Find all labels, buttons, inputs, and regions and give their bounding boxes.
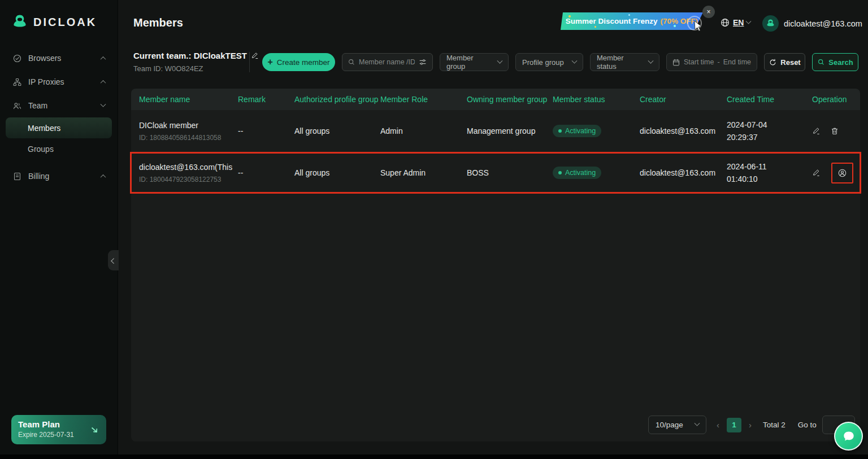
team-plan-card[interactable]: Team Plan Expire 2025-07-31	[11, 415, 106, 444]
chevron-down-icon	[497, 58, 503, 63]
refresh-icon	[769, 58, 777, 67]
member-owning-group: Management group	[467, 126, 553, 135]
app-logo-text: DICLOAK	[33, 16, 97, 29]
col-owning-member-group: Owning member group	[467, 95, 553, 104]
plan-title: Team Plan	[18, 419, 99, 429]
col-member-role: Member Role	[380, 95, 467, 104]
avatar	[762, 15, 779, 32]
status-dot-icon	[558, 129, 562, 133]
sidebar-item-members[interactable]: Members	[6, 117, 112, 138]
member-status-select[interactable]: Member status	[590, 53, 659, 71]
sidebar-item-label: Groups	[28, 145, 54, 154]
bottom-bar	[0, 454, 868, 459]
chevron-down-icon	[101, 101, 106, 107]
member-remark: --	[238, 168, 294, 177]
team-id-value: W0O824EZ	[165, 64, 203, 73]
col-creator: Creator	[640, 95, 727, 104]
member-creator: dicloaktest@163.com	[640, 168, 727, 177]
team-icon	[12, 101, 22, 111]
reset-label: Reset	[780, 58, 800, 67]
col-member-name: Member name	[139, 95, 238, 104]
member-profile-group: All groups	[294, 168, 380, 177]
edit-member-icon[interactable]	[812, 168, 821, 177]
sidebar-item-ip-proxies[interactable]: IP Proxies	[6, 70, 112, 94]
page-size-value: 10/page	[656, 421, 683, 429]
sidebar-item-billing[interactable]: Billing	[6, 164, 112, 188]
close-icon: ×	[706, 8, 710, 16]
banner-close-button[interactable]: ×	[702, 6, 715, 18]
billing-icon	[12, 172, 22, 181]
search-label: Search	[828, 58, 853, 67]
page-number-current[interactable]: 1	[727, 418, 741, 432]
app-logo[interactable]: DICLOAK	[11, 14, 97, 30]
account-email: dicloaktest@163.com	[784, 19, 862, 28]
sidebar-item-label: Browsers	[28, 54, 61, 63]
arrow-down-right-icon	[90, 426, 99, 435]
edit-member-icon[interactable]	[812, 126, 821, 135]
support-chat-button[interactable]	[834, 422, 863, 451]
sidebar-item-label: Team	[28, 101, 47, 110]
search-button[interactable]: Search	[812, 53, 858, 71]
member-role: Admin	[380, 126, 467, 135]
start-time-placeholder: Start time	[684, 58, 714, 66]
confetti-dot	[628, 14, 630, 16]
member-id: ID: 1800447923058122753	[139, 176, 235, 183]
sidebar-item-label: Members	[28, 124, 60, 133]
table-header-row: Member name Remark Authorized profile gr…	[131, 89, 860, 110]
member-search-input[interactable]	[359, 58, 415, 66]
divider	[249, 52, 250, 72]
page-title: Members	[133, 16, 183, 29]
total-count: Total 2	[763, 421, 785, 429]
sidebar-item-label: IP Proxies	[28, 77, 64, 86]
next-page-button[interactable]: ›	[749, 420, 752, 430]
chevron-up-icon	[101, 174, 106, 180]
sidebar-item-team[interactable]: Team	[6, 94, 112, 117]
created-clock: 01:40:10	[727, 173, 812, 185]
sidebar-collapse-handle[interactable]	[108, 250, 119, 270]
member-created-time: 2024-07-04 20:29:37	[727, 119, 812, 144]
delete-member-icon[interactable]	[830, 126, 839, 135]
edit-team-icon[interactable]	[251, 51, 259, 60]
member-name: dicloaktest@163.com(This acco	[139, 163, 235, 172]
member-profile-group: All groups	[294, 126, 380, 135]
promo-banner-text: Summer Discount Frenzy	[566, 17, 658, 25]
create-member-button[interactable]: + Create member	[262, 53, 335, 71]
chat-icon	[841, 429, 856, 444]
status-badge: Activating	[553, 125, 601, 137]
sidebar-item-label: Billing	[28, 172, 49, 181]
chevron-left-icon	[111, 258, 116, 264]
member-status-label: Member status	[597, 54, 644, 71]
profile-group-select[interactable]: Profile group	[515, 53, 583, 71]
sidebar-item-browsers[interactable]: Browsers	[6, 46, 112, 70]
filter-sliders-icon[interactable]	[418, 58, 427, 67]
globe-icon	[720, 18, 730, 28]
chevron-down-icon	[572, 58, 578, 63]
promo-banner[interactable]: Summer Discount Frenzy (70% OFF)	[561, 12, 703, 30]
search-icon	[817, 58, 825, 66]
col-member-status: Member status	[553, 95, 640, 104]
col-remark: Remark	[238, 95, 294, 104]
created-clock: 20:29:37	[727, 131, 812, 143]
account-menu[interactable]: dicloaktest@163.com	[762, 15, 862, 32]
chevron-down-icon	[695, 421, 700, 426]
profile-group-label: Profile group	[522, 58, 564, 67]
created-date: 2024-07-04	[727, 119, 812, 131]
member-group-select[interactable]: Member group	[440, 53, 509, 71]
page-size-select[interactable]: 10/page	[648, 416, 706, 434]
table-row: dicloaktest@163.com(This acco ID: 180044…	[131, 152, 860, 194]
status-badge: Activating	[553, 167, 601, 179]
goto-label: Go to	[798, 421, 817, 429]
chevron-up-icon	[101, 80, 106, 85]
language-selector[interactable]: EN	[720, 18, 750, 28]
plus-icon: +	[267, 57, 272, 67]
member-search-box	[342, 53, 433, 71]
prev-page-button[interactable]: ‹	[717, 420, 719, 430]
sidebar: DICLOAK Browsers IP Proxies Team Members	[0, 0, 118, 454]
reset-button[interactable]: Reset	[764, 53, 805, 71]
sidebar-item-groups[interactable]: Groups	[6, 138, 112, 159]
member-creator: dicloaktest@163.com	[640, 126, 727, 135]
date-range-picker[interactable]: Start time - End time	[666, 53, 757, 71]
member-remark: --	[238, 126, 294, 135]
dicloak-mask-icon	[11, 14, 28, 30]
account-transfer-icon[interactable]	[831, 163, 853, 183]
